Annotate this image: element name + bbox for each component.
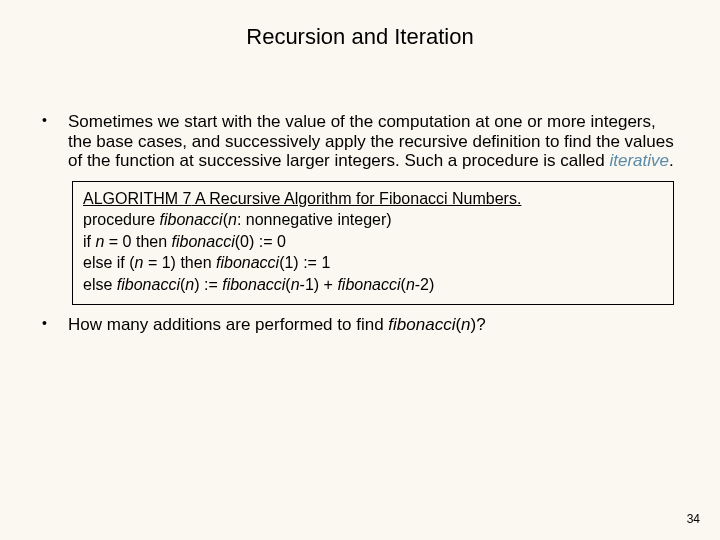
- algo-l4-fib3: fibonacci: [337, 276, 400, 293]
- algo-l4-pre: else: [83, 276, 117, 293]
- algo-l1-rest: : nonnegative integer): [237, 211, 392, 228]
- algo-l2-post: (0) := 0: [235, 233, 286, 250]
- algo-header: ALGORITHM 7 A Recursive Algorithm for Fi…: [83, 188, 663, 210]
- algo-l4-a1c: ) :=: [194, 276, 222, 293]
- algo-l4-a3b: n: [406, 276, 415, 293]
- algo-l4-a2b: n: [291, 276, 300, 293]
- slide-title: Recursion and Iteration: [36, 24, 684, 50]
- algo-l1-pre: procedure: [83, 211, 160, 228]
- bullet2-fib: fibonacci: [388, 315, 455, 334]
- algo-line-3: else if (n = 1) then fibonacci(1) := 1: [83, 252, 663, 274]
- algo-l3-pre: else if (: [83, 254, 135, 271]
- algo-l1-fib: fibonacci: [160, 211, 223, 228]
- bullet-list-2: How many additions are performed to find…: [36, 315, 684, 335]
- algo-line-1: procedure fibonacci(n: nonnegative integ…: [83, 209, 663, 231]
- algorithm-box: ALGORITHM 7 A Recursive Algorithm for Fi…: [72, 181, 674, 305]
- bullet-item-2: How many additions are performed to find…: [36, 315, 684, 335]
- bullet2-pc: )?: [471, 315, 486, 334]
- algo-line-4: else fibonacci(n) := fibonacci(n-1) + fi…: [83, 274, 663, 296]
- algo-l3-fib: fibonacci: [216, 254, 279, 271]
- bullet-item-1: Sometimes we start with the value of the…: [36, 112, 684, 171]
- algo-l2-mid: = 0 then: [104, 233, 171, 250]
- bullet2-n: n: [461, 315, 470, 334]
- algo-l2-pre: if: [83, 233, 95, 250]
- algo-l2-fib: fibonacci: [172, 233, 235, 250]
- bullet1-post: .: [669, 151, 674, 170]
- bullet1-em: iterative: [609, 151, 669, 170]
- bullet2-pre: How many additions are performed to find: [68, 315, 388, 334]
- algo-header-rest: A Recursive Algorithm for Fibonacci Numb…: [191, 190, 521, 207]
- algo-l4-fib2: fibonacci: [222, 276, 285, 293]
- bullet-list: Sometimes we start with the value of the…: [36, 112, 684, 171]
- page-number: 34: [687, 512, 700, 526]
- bullet1-pre: Sometimes we start with the value of the…: [68, 112, 674, 170]
- algo-l4-a3c: -2): [415, 276, 435, 293]
- algo-l1-n: n: [228, 211, 237, 228]
- algo-l3-post: (1) := 1: [279, 254, 330, 271]
- algo-l3-mid: = 1) then: [143, 254, 216, 271]
- algo-l4-fib1: fibonacci: [117, 276, 180, 293]
- algo-line-2: if n = 0 then fibonacci(0) := 0: [83, 231, 663, 253]
- algo-header-pre: ALGORITHM 7: [83, 190, 191, 207]
- algo-l4-a1b: n: [185, 276, 194, 293]
- algo-l4-a2c: -1) +: [300, 276, 338, 293]
